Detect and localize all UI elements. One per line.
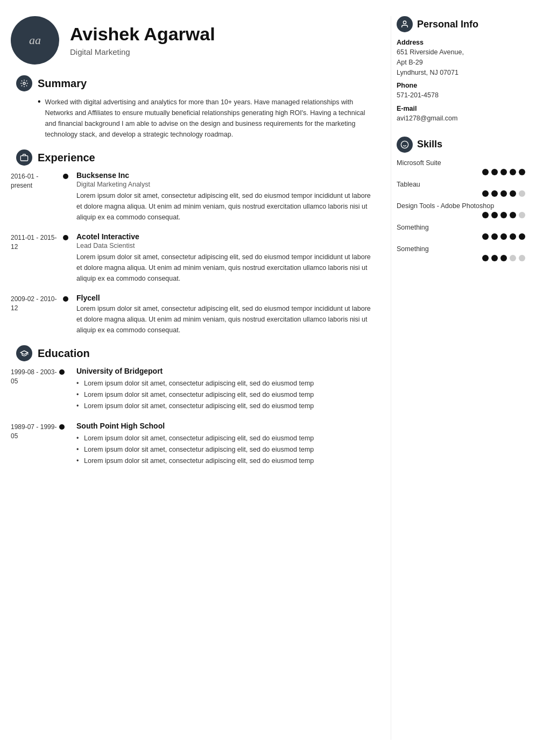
edu-dot [59, 369, 65, 375]
education-entry: 1999-08 - 2003-05 University of Bridgepo… [11, 367, 375, 412]
education-section: Education 1999-08 - 2003-05 University o… [11, 345, 375, 467]
left-column: aa Avishek Agarwal Digital Marketing Sum… [11, 16, 375, 740]
email-value: avi1278@gmail.com [397, 113, 525, 124]
candidate-name: Avishek Agarwal [70, 24, 215, 44]
skills-section: Skills Microsoft Suite Tableau Design To… [397, 137, 525, 261]
skill-dot [519, 190, 525, 197]
edu-content: South Point High School Lorem ipsum dolo… [72, 422, 375, 467]
personal-info-header: Personal Info [397, 16, 525, 32]
edu-bullet: Lorem ipsum dolor sit amet, consectetur … [76, 445, 375, 455]
address-value: 651 Riverside Avenue,Apt B-29Lyndhurst, … [397, 47, 525, 77]
experience-title: Experience [38, 152, 95, 164]
exp-date: 2016-01 - present [11, 171, 59, 190]
skill-dot [482, 233, 489, 240]
email-label: E-mail [397, 105, 525, 112]
exp-date: 2011-01 - 2015-12 [11, 232, 59, 252]
experience-icon [16, 149, 32, 166]
edu-bullet: Lorem ipsum dolor sit amet, consectetur … [76, 390, 375, 400]
candidate-title: Digital Marketing [70, 47, 215, 56]
exp-content: Bucksense Inc Digital Marketing Analyst … [72, 171, 375, 223]
summary-bullet: Worked with digital advertising and anal… [11, 97, 375, 140]
exp-role: Lead Data Scientist [76, 242, 375, 249]
skill-dot [510, 212, 516, 218]
skill-dots [397, 233, 525, 240]
avatar: aa [11, 16, 59, 65]
edu-date: 1999-08 - 2003-05 [11, 367, 59, 386]
skills-icon [397, 137, 413, 153]
exp-dot [63, 296, 68, 302]
right-column: Personal Info Address 651 Riverside Aven… [391, 16, 525, 740]
skill-item: Something [397, 224, 525, 240]
skill-name: Something [397, 245, 525, 253]
skill-dot [491, 169, 498, 175]
skill-dot [482, 169, 489, 175]
skill-dots [397, 212, 525, 218]
skill-item: Design Tools - Adobe Photoshop [397, 202, 525, 218]
skill-dot [482, 212, 489, 218]
skill-dot [510, 255, 516, 261]
edu-school: South Point High School [76, 422, 375, 430]
skill-dot [491, 190, 498, 197]
skill-name: Something [397, 224, 525, 231]
edu-bullet: Lorem ipsum dolor sit amet, consectetur … [76, 433, 375, 444]
experience-entry: 2011-01 - 2015-12 Acotel Interactive Lea… [11, 232, 375, 284]
experience-header: Experience [11, 149, 375, 166]
exp-company: Acotel Interactive [76, 232, 375, 241]
skill-dot [500, 233, 507, 240]
edu-bullet: Lorem ipsum dolor sit amet, consectetur … [76, 379, 375, 389]
exp-company: Flycell [76, 294, 375, 302]
summary-header: Summary [11, 75, 375, 91]
exp-dot-col [59, 232, 72, 240]
exp-company: Bucksense Inc [76, 171, 375, 180]
skill-dot [491, 233, 498, 240]
skill-dot [482, 255, 489, 261]
personal-info-title: Personal Info [417, 19, 478, 30]
summary-text: Worked with digital advertising and anal… [45, 97, 375, 140]
skills-list: Microsoft Suite Tableau Design Tools - A… [397, 159, 525, 261]
skill-name: Microsoft Suite [397, 159, 525, 167]
address-label: Address [397, 39, 525, 46]
skill-dots [397, 255, 525, 261]
exp-dot [63, 235, 68, 240]
svg-rect-1 [20, 156, 27, 161]
experience-list: 2016-01 - present Bucksense Inc Digital … [11, 171, 375, 336]
personal-info-section: Personal Info Address 651 Riverside Aven… [397, 16, 525, 124]
skill-dot [482, 190, 489, 197]
skill-dots [397, 190, 525, 197]
skill-dot [491, 255, 498, 261]
exp-desc: Lorem ipsum dolor sit amet, consectetur … [76, 190, 375, 223]
avatar-initials: aa [29, 33, 41, 47]
exp-dot-col [59, 294, 72, 302]
skill-name: Tableau [397, 181, 525, 188]
skill-dot [500, 169, 507, 175]
exp-content: Acotel Interactive Lead Data Scientist L… [72, 232, 375, 284]
skill-dot [519, 169, 525, 175]
skill-dot [491, 212, 498, 218]
skills-title: Skills [417, 139, 442, 150]
experience-entry: 2009-02 - 2010-12 Flycell Lorem ipsum do… [11, 294, 375, 336]
exp-desc: Lorem ipsum dolor sit amet, consectetur … [76, 303, 375, 336]
skill-dot [510, 233, 516, 240]
edu-dot-col [59, 422, 72, 430]
skill-item: Microsoft Suite [397, 159, 525, 175]
education-list: 1999-08 - 2003-05 University of Bridgepo… [11, 367, 375, 467]
education-title: Education [38, 347, 90, 360]
skills-header: Skills [397, 137, 525, 153]
experience-entry: 2016-01 - present Bucksense Inc Digital … [11, 171, 375, 223]
exp-date: 2009-02 - 2010-12 [11, 294, 59, 313]
edu-content: University of Bridgeport Lorem ipsum dol… [72, 367, 375, 412]
skill-item: Something [397, 245, 525, 261]
skill-dot [500, 255, 507, 261]
exp-dot-col [59, 171, 72, 179]
edu-bullet: Lorem ipsum dolor sit amet, consectetur … [76, 456, 375, 466]
summary-title: Summary [38, 77, 87, 90]
skill-dot [510, 190, 516, 197]
skill-item: Tableau [397, 181, 525, 197]
header-area: aa Avishek Agarwal Digital Marketing [11, 16, 375, 65]
phone-label: Phone [397, 82, 525, 89]
phone-value: 571-201-4578 [397, 90, 525, 101]
exp-desc: Lorem ipsum dolor sit amet, consectetur … [76, 252, 375, 284]
skill-dot [500, 212, 507, 218]
edu-dot-col [59, 367, 72, 375]
exp-role: Digital Marketing Analyst [76, 181, 375, 188]
